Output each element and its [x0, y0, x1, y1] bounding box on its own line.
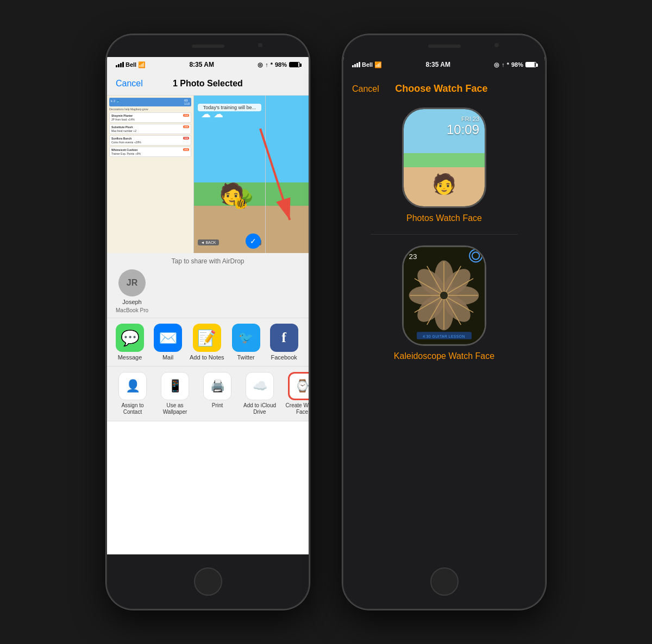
app-twitter[interactable]: 🐦 Twitter: [230, 324, 262, 361]
action-icloud[interactable]: ☁️ Add to iCloudDrive: [241, 372, 279, 415]
action-row: 👤 Assign toContact 📱 Use asWallpaper 🖨️ …: [107, 367, 309, 421]
wifi-icon: 📶: [138, 61, 146, 68]
app-facebook[interactable]: f Facebook: [268, 324, 300, 361]
game-item-3: Sunflora Bunch 300 Coins from events +28…: [109, 135, 191, 146]
game-description: Decorations help Magikarp grow: [109, 108, 191, 111]
right-bt-icon: *: [507, 61, 509, 68]
watch-face-icon: ⌚: [288, 372, 309, 400]
watch-character: 🧑: [432, 173, 456, 195]
app-notes-label: Add to Notes: [190, 354, 224, 361]
app-mail[interactable]: ✉️ Mail: [152, 324, 184, 361]
svg-text:23: 23: [409, 252, 417, 261]
right-status-bar: Bell 📶 8:35 AM ◎ ↑ * 98%: [343, 57, 545, 72]
selected-badge: ✓: [246, 233, 261, 249]
cloud-decoration: ☁ ☁: [201, 108, 223, 120]
kaleido-pattern-svg: 23 4:30 GUITAR LESSON: [404, 245, 485, 346]
app-notes[interactable]: 📝 Add to Notes: [190, 324, 224, 361]
right-camera: [494, 43, 499, 47]
print-icon: 🖨️: [203, 372, 231, 400]
app-twitter-label: Twitter: [237, 354, 254, 361]
left-phone: Bell 📶 8:35 AM ◎ ↑ * 98% Cancel 1 Photo …: [106, 34, 310, 610]
watch-time: 10:09: [447, 122, 479, 137]
watch-face-screen: Cancel Choose Watch Face FRI 23 10:09 🧑 …: [343, 72, 545, 554]
battery-icon: [289, 62, 300, 67]
game-fish: 🐠: [233, 197, 248, 211]
arrow-icon: ↑: [265, 61, 268, 68]
app-share-row: 💬 Message ✉️ Mail 📝 Add to Notes 🐦 Twitt…: [107, 318, 309, 367]
app-message[interactable]: 💬 Message: [114, 324, 146, 361]
phone-top-bar: [107, 35, 309, 57]
watch-face-label: Create WatchFace: [286, 402, 309, 415]
message-icon: 💬: [116, 324, 144, 352]
svg-text:4:30 GUITAR LESSON: 4:30 GUITAR LESSON: [423, 334, 465, 338]
right-wifi-icon: 📶: [374, 61, 382, 68]
wallpaper-icon: 📱: [161, 372, 189, 400]
camera: [258, 43, 262, 47]
airdrop-section: Tap to share with AirDrop JR Joseph MacB…: [107, 253, 309, 318]
airdrop-contact[interactable]: JR Joseph MacBook Pro: [116, 269, 148, 313]
right-phone-screen: Bell 📶 8:35 AM ◎ ↑ * 98% Cancel Choose W…: [343, 57, 545, 554]
game-item-4: Whimsicott Cushion 435 Trainer Exp. Poin…: [109, 147, 191, 157]
right-location-icon: ◎: [494, 61, 499, 68]
print-label: Print: [212, 402, 223, 409]
left-phone-screen: Bell 📶 8:35 AM ◎ ↑ * 98% Cancel 1 Photo …: [107, 57, 309, 554]
wallpaper-label: Use asWallpaper: [163, 402, 187, 415]
photos-watch-card[interactable]: FRI 23 10:09 🧑 Photos Watch Face: [352, 108, 536, 223]
home-button[interactable]: [194, 567, 222, 596]
back-button: ◄ BACK: [198, 239, 220, 245]
right-status-left: Bell 📶: [352, 61, 382, 68]
status-left: Bell 📶: [116, 61, 146, 68]
right-home-button[interactable]: [430, 567, 459, 596]
airdrop-contacts: JR Joseph MacBook Pro: [116, 269, 300, 313]
location-icon: ◎: [258, 61, 263, 68]
app-message-label: Message: [118, 354, 142, 361]
wf-title: Choose Watch Face: [395, 83, 487, 94]
right-phone-top-bar: [343, 35, 545, 57]
share-title: 1 Photo Selected: [173, 79, 243, 89]
right-arrow-icon: ↑: [501, 61, 505, 68]
bluetooth-icon: *: [271, 61, 273, 68]
svg-point-17: [440, 291, 448, 299]
game-item-1: Shaymin Planter 250 JP from food +14%: [109, 112, 191, 123]
airdrop-label: Tap to share with AirDrop: [116, 257, 300, 265]
action-wallpaper[interactable]: 📱 Use asWallpaper: [156, 372, 194, 415]
photo-right: [265, 96, 309, 253]
notes-icon: 📝: [193, 324, 221, 352]
game-item-2: Substitute Plush 260 Max food number +2: [109, 124, 191, 134]
photo-left: k 2 🐟 69110 Decorations help Magikarp gr…: [107, 96, 194, 253]
wf-header: Cancel Choose Watch Face: [352, 81, 536, 97]
assign-contact-icon: 👤: [118, 372, 147, 400]
carrier-label: Bell: [126, 61, 136, 68]
right-signal-icon: [352, 62, 360, 67]
cancel-button[interactable]: Cancel: [116, 79, 143, 89]
watch-divider: [371, 234, 518, 235]
watch-date: FRI 23: [447, 116, 479, 122]
right-speaker: [428, 45, 461, 48]
assign-contact-label: Assign toContact: [121, 402, 143, 415]
right-status-right: ◎ ↑ * 98%: [494, 61, 536, 68]
speaker: [192, 45, 224, 48]
right-battery-icon: [525, 62, 536, 67]
right-status-time: 8:35 AM: [425, 61, 450, 68]
photo-strip: k 2 🐟 69110 Decorations help Magikarp gr…: [107, 96, 309, 253]
status-bar: Bell 📶 8:35 AM ◎ ↑ * 98%: [107, 57, 309, 72]
twitter-icon: 🐦: [232, 324, 260, 352]
app-facebook-label: Facebook: [271, 354, 297, 361]
action-watch-face[interactable]: ⌚ Create WatchFace: [283, 372, 309, 415]
status-right: ◎ ↑ * 98%: [258, 61, 300, 68]
contact-name: Joseph: [122, 299, 141, 305]
status-time: 8:35 AM: [189, 61, 214, 68]
photos-watch-preview: FRI 23 10:09 🧑: [402, 108, 486, 208]
action-print[interactable]: 🖨️ Print: [198, 372, 236, 415]
mail-icon: ✉️: [154, 324, 182, 352]
icloud-icon: ☁️: [246, 372, 274, 400]
action-assign-contact[interactable]: 👤 Assign toContact: [114, 372, 152, 415]
app-mail-label: Mail: [162, 354, 173, 361]
phone-bottom-bar: [107, 554, 309, 609]
contact-device: MacBook Pro: [116, 307, 148, 313]
kaleido-watch-card[interactable]: 23 4:30 GUITAR LESSON Kaleidoscope Watch…: [352, 245, 536, 361]
wf-cancel-button[interactable]: Cancel: [352, 84, 379, 94]
photo-main: Today's training will be... ☁ ☁ 🌳 🧑 🐠 ◄ …: [194, 96, 265, 253]
share-header: Cancel 1 Photo Selected: [107, 72, 309, 96]
facebook-icon: f: [270, 324, 298, 352]
